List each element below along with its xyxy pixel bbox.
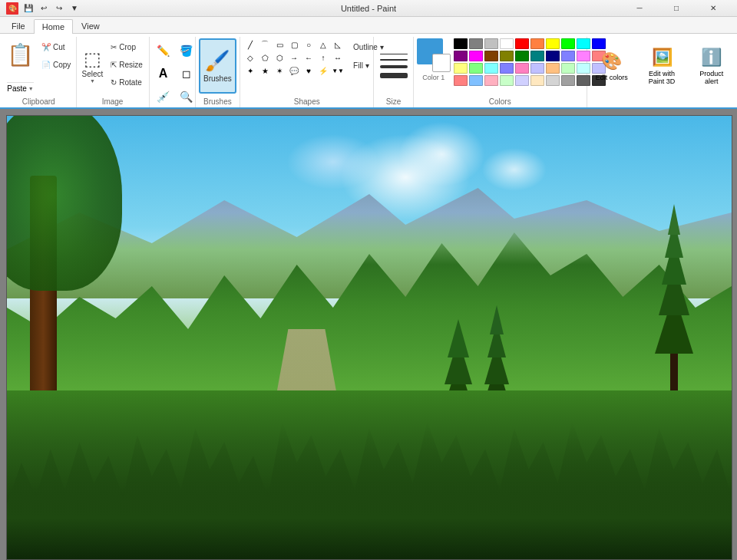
size-line-4 [380,73,408,78]
color-swatch-1[interactable] [469,38,483,49]
color-swatch-6[interactable] [546,38,560,49]
color-swatch-13[interactable] [500,51,514,61]
shape-pentagon[interactable]: ⬠ [258,51,272,64]
product-alert-btn[interactable]: ℹ️ Product alert [690,38,732,94]
edit-colors-btn[interactable]: 🎨 Edit colors [590,38,633,94]
shape-diamond[interactable]: ◇ [243,51,257,64]
color-swatch-14[interactable] [515,51,529,61]
color-swatch-11[interactable] [469,51,483,61]
paint-canvas[interactable] [6,115,732,560]
resize-button[interactable]: ⇱ Resize [107,56,147,73]
color-swatch-5[interactable] [530,38,544,49]
color-swatch-22[interactable] [484,63,498,74]
color-swatch-35[interactable] [530,75,544,86]
color-swatch-30[interactable] [454,75,468,86]
customize-quick-btn[interactable]: ▼ [68,2,81,15]
maximize-btn[interactable]: □ [659,0,694,17]
paste-icon: 📋 [7,42,34,68]
brushes-button[interactable]: 🖌️ Brushes [199,38,236,94]
shape-lightning[interactable]: ⚡ [316,64,330,77]
close-btn[interactable]: ✕ [696,0,731,17]
color-swatch-37[interactable] [561,75,575,86]
paste-button[interactable]: 📋 Paste ▼ [5,38,36,94]
shape-star4[interactable]: ✦ [243,64,257,77]
color-swatch-27[interactable] [561,63,575,74]
brushes-label: Brushes [203,74,232,83]
shape-hexagon[interactable]: ⬡ [273,51,286,64]
canvas-area[interactable] [0,109,737,560]
color-swatch-7[interactable] [561,38,575,49]
color-swatch-12[interactable] [484,51,498,61]
shape-rt-triangle[interactable]: ◺ [331,38,345,51]
color-swatch-4[interactable] [515,38,529,49]
pencil-tool[interactable]: ✏️ [153,40,174,61]
color-swatch-10[interactable] [454,51,468,61]
copy-icon: 📄 [41,61,51,69]
cut-button[interactable]: ✂️ Cut [38,38,74,55]
zoom-tool[interactable]: 🔍 [176,86,197,107]
select-button[interactable]: ⬚ Select ▼ [80,38,106,94]
color-swatch-25[interactable] [530,63,544,74]
color-swatch-34[interactable] [515,75,529,86]
color-swatch-36[interactable] [546,75,560,86]
eraser-tool[interactable]: ◻ [176,63,197,84]
edit-paint3d-btn[interactable]: 🖼️ Edit with Paint 3D [635,38,689,94]
color-swatch-3[interactable] [500,38,514,49]
color-swatch-23[interactable] [500,63,514,74]
color-swatch-24[interactable] [515,63,529,74]
shape-more[interactable]: ▼▼ [331,64,345,77]
size-selector[interactable] [377,38,409,94]
shape-curve[interactable]: ⌒ [258,38,272,51]
shape-4way-arrow[interactable]: ↔ [331,51,345,64]
shapes-grid: ╱ ⌒ ▭ ▢ ○ △ ◺ ◇ ⬠ ⬡ → ← ↑ ↔ ✦ ★ ✶ 💬 ♥ ⚡ [243,38,345,77]
shape-right-arrow[interactable]: → [287,51,301,64]
save-quick-btn[interactable]: 💾 [21,2,35,15]
shape-ellipse[interactable]: ○ [302,38,316,51]
color-swatch-26[interactable] [546,63,560,74]
color-swatch-15[interactable] [530,51,544,61]
palette-row-3 [454,63,606,74]
shape-star5[interactable]: ★ [258,64,272,77]
color-1-btn[interactable] [417,38,451,72]
redo-quick-btn[interactable]: ↪ [52,2,66,15]
crop-button[interactable]: ✂ Crop [107,38,147,55]
shape-line[interactable]: ╱ [243,38,257,51]
color-swatch-32[interactable] [484,75,498,86]
clipboard-label: Clipboard [5,96,73,107]
minimize-btn[interactable]: ─ [622,0,657,17]
shape-triangle[interactable]: △ [316,38,330,51]
size-line-3 [380,65,408,68]
color-swatch-0[interactable] [454,38,468,49]
rotate-button[interactable]: ↻ Rotate [107,74,147,91]
product-alert-icon: ℹ️ [701,48,722,68]
color-swatch-31[interactable] [469,75,483,86]
shape-star6[interactable]: ✶ [273,64,286,77]
pick-color-tool[interactable]: 💉 [153,86,174,107]
window-title: Untitled - Paint [341,4,396,13]
select-label: Select [82,70,104,78]
color-swatch-2[interactable] [484,38,498,49]
shape-round-rect[interactable]: ▢ [287,38,301,51]
shape-heart[interactable]: ♥ [302,64,316,77]
shape-up-arrow[interactable]: ↑ [316,51,330,64]
brushes-label: Brushes [199,96,236,107]
tab-view[interactable]: View [73,18,108,33]
tab-home[interactable]: Home [34,19,73,34]
copy-button[interactable]: 📄 Copy [38,56,74,73]
color-swatch-16[interactable] [546,51,560,61]
edit-paint3d-icon: 🖼️ [652,48,673,68]
color-swatch-21[interactable] [469,63,483,74]
tab-file[interactable]: File [3,18,34,33]
shape-callout[interactable]: 💬 [287,64,301,77]
fill-tool[interactable]: 🪣 [176,40,197,61]
shape-left-arrow[interactable]: ← [302,51,316,64]
undo-quick-btn[interactable]: ↩ [37,2,51,15]
landscape-painting [7,116,732,559]
palette-row-1 [454,38,606,49]
color-swatch-20[interactable] [454,63,468,74]
edit-group: 🎨 Edit colors 🖼️ Edit with Paint 3D ℹ️ P… [587,37,735,107]
color-swatch-33[interactable] [500,75,514,86]
text-tool[interactable]: A [153,63,174,84]
color-swatch-17[interactable] [561,51,575,61]
shape-rect[interactable]: ▭ [273,38,286,51]
